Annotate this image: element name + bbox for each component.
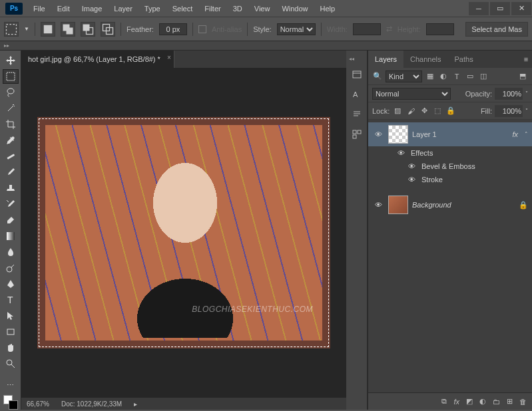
menu-type[interactable]: Type: [139, 1, 166, 16]
filter-pixel-icon[interactable]: ▦: [425, 71, 435, 82]
zoom-tool[interactable]: [3, 356, 19, 371]
lock-all-icon[interactable]: 🔒: [445, 106, 456, 116]
layer-thumbnail[interactable]: [388, 125, 408, 144]
menu-image[interactable]: Image: [77, 1, 108, 16]
fx-item[interactable]: 👁 Stroke: [368, 173, 532, 186]
fx-badge[interactable]: fx: [512, 130, 518, 138]
visibility-toggle[interactable]: 👁: [395, 149, 407, 157]
visibility-toggle[interactable]: 👁: [372, 130, 384, 138]
tab-paths[interactable]: Paths: [448, 51, 480, 68]
layer-group-icon[interactable]: 🗀: [493, 398, 500, 406]
lock-artboard-icon[interactable]: ⬚: [432, 106, 443, 116]
type-tool[interactable]: T: [3, 293, 19, 307]
rectangle-tool[interactable]: [3, 325, 19, 339]
zoom-readout[interactable]: 66,67%: [27, 400, 49, 408]
visibility-toggle[interactable]: 👁: [405, 176, 417, 184]
layer-name[interactable]: Layer 1: [412, 130, 437, 138]
color-swatches[interactable]: [3, 395, 18, 410]
document-tab[interactable]: hot girl.jpg @ 66,7% (Layer 1, RGB/8#) *…: [21, 51, 174, 68]
layer-row[interactable]: 👁 Background 🔒: [368, 193, 532, 217]
paragraph-panel-icon[interactable]: [350, 107, 364, 122]
move-tool[interactable]: [3, 53, 19, 68]
fill-input[interactable]: [495, 105, 523, 117]
close-tab-icon[interactable]: ×: [167, 54, 171, 61]
filter-type-icon[interactable]: T: [451, 71, 462, 82]
link-layers-icon[interactable]: ⧉: [441, 397, 447, 406]
dodge-tool[interactable]: [3, 261, 19, 275]
menu-file[interactable]: File: [28, 1, 51, 16]
feather-input[interactable]: [159, 23, 187, 35]
opacity-dropdown-icon[interactable]: ˅: [525, 90, 528, 96]
expand-toolbar-toggle[interactable]: ▸▸: [0, 41, 532, 51]
new-layer-icon[interactable]: ⊞: [507, 397, 513, 406]
fx-effects-header[interactable]: 👁 Effects: [368, 146, 532, 160]
gradient-tool[interactable]: [3, 229, 19, 243]
lasso-tool[interactable]: [3, 85, 19, 100]
menu-help[interactable]: Help: [315, 1, 341, 16]
healing-brush-tool[interactable]: [3, 149, 19, 164]
crop-tool[interactable]: [3, 117, 19, 132]
edit-toolbar-icon[interactable]: ⋯: [3, 378, 19, 392]
lock-pixels-icon[interactable]: 🖌: [405, 106, 416, 116]
dropdown-arrow-icon[interactable]: ▼: [24, 26, 29, 32]
menu-filter[interactable]: Filter: [199, 1, 226, 16]
hand-tool[interactable]: [3, 341, 19, 355]
magic-wand-tool[interactable]: [3, 101, 19, 116]
filter-toggle-icon[interactable]: ⬒: [517, 71, 528, 82]
menu-edit[interactable]: Edit: [52, 1, 75, 16]
minimize-button[interactable]: ─: [469, 2, 489, 15]
path-selection-tool[interactable]: [3, 309, 19, 323]
eyedropper-tool[interactable]: [3, 133, 19, 148]
history-brush-tool[interactable]: [3, 197, 19, 211]
history-panel-icon[interactable]: [350, 67, 364, 82]
new-selection-icon[interactable]: [41, 22, 55, 37]
tab-channels[interactable]: Channels: [403, 51, 447, 68]
dock-expand-icon[interactable]: ◂◂: [349, 56, 354, 62]
layer-style-icon[interactable]: fx: [453, 398, 459, 406]
fx-collapse-icon[interactable]: ˄: [525, 131, 528, 138]
panel-menu-icon[interactable]: ≡: [520, 55, 532, 63]
select-and-mask-button[interactable]: Select and Mas: [465, 22, 528, 37]
eraser-tool[interactable]: [3, 213, 19, 227]
background-color[interactable]: [9, 400, 18, 410]
libraries-panel-icon[interactable]: [350, 127, 364, 142]
canvas-viewport[interactable]: BLOGCHIASEKIENTHUC.COM: [21, 68, 346, 398]
tab-layers[interactable]: Layers: [368, 51, 403, 68]
menu-window[interactable]: Window: [276, 1, 313, 16]
intersect-selection-icon[interactable]: [101, 22, 115, 37]
layer-name[interactable]: Background: [412, 201, 451, 209]
pen-tool[interactable]: [3, 277, 19, 291]
close-button[interactable]: ✕: [511, 2, 531, 15]
character-panel-icon[interactable]: A: [350, 87, 364, 102]
maximize-button[interactable]: ▭: [490, 2, 510, 15]
menu-3d[interactable]: 3D: [228, 1, 248, 16]
fx-item[interactable]: 👁 Bevel & Emboss: [368, 160, 532, 173]
filter-smart-icon[interactable]: ◫: [478, 71, 489, 82]
lock-transparent-icon[interactable]: ▨: [392, 106, 403, 116]
canvas[interactable]: BLOGCHIASEKIENTHUC.COM: [37, 117, 330, 348]
marquee-preset-icon[interactable]: [4, 22, 19, 37]
add-selection-icon[interactable]: [61, 22, 75, 37]
filter-shape-icon[interactable]: ▭: [465, 71, 475, 82]
lock-position-icon[interactable]: ✥: [419, 106, 429, 116]
adjustment-layer-icon[interactable]: ◐: [479, 397, 486, 406]
menu-layer[interactable]: Layer: [109, 1, 138, 16]
subtract-selection-icon[interactable]: [81, 22, 95, 37]
style-select[interactable]: Normal: [277, 23, 316, 35]
menu-select[interactable]: Select: [167, 1, 198, 16]
layer-mask-icon[interactable]: ◩: [466, 397, 473, 406]
fill-dropdown-icon[interactable]: ˅: [525, 108, 528, 114]
filter-kind-select[interactable]: Kind: [386, 70, 422, 82]
visibility-toggle[interactable]: 👁: [405, 162, 417, 170]
filter-adjust-icon[interactable]: ◐: [438, 71, 449, 82]
blur-tool[interactable]: [3, 245, 19, 259]
marquee-tool[interactable]: [3, 69, 19, 84]
delete-layer-icon[interactable]: 🗑: [519, 398, 527, 406]
doc-size-readout[interactable]: Doc: 1022,9K/2,33M: [61, 400, 122, 408]
blend-mode-select[interactable]: Normal: [372, 88, 451, 100]
layer-row[interactable]: 👁 Layer 1 fx ˄: [368, 122, 532, 146]
visibility-toggle[interactable]: 👁: [372, 201, 384, 209]
clone-stamp-tool[interactable]: [3, 181, 19, 196]
opacity-input[interactable]: [495, 88, 523, 100]
brush-tool[interactable]: [3, 165, 19, 180]
